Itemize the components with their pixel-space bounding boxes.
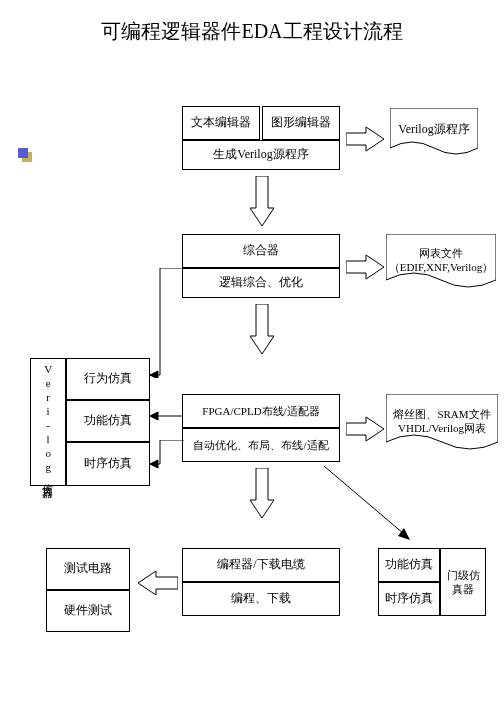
svg-marker-2 bbox=[346, 255, 384, 279]
svg-marker-7 bbox=[150, 412, 158, 420]
arrow-down-icon bbox=[250, 176, 274, 228]
arrow-line-icon bbox=[150, 408, 184, 424]
box-fitter: FPGA/CPLD布线/适配器 bbox=[182, 394, 340, 428]
box-graph-editor: 图形编辑器 bbox=[262, 106, 340, 140]
svg-marker-4 bbox=[346, 417, 384, 441]
box-prog-dl: 编程、下载 bbox=[182, 582, 340, 616]
box-sim-timing: 时序仿真 bbox=[66, 442, 150, 486]
box-text-editor: 文本编辑器 bbox=[182, 106, 260, 140]
doc-netlist: 网表文件 （EDIF,XNF,Verilog） bbox=[386, 234, 496, 292]
doc-verilog-src: Verilog源程序 bbox=[390, 108, 478, 158]
svg-marker-12 bbox=[138, 571, 178, 595]
svg-marker-5 bbox=[150, 371, 158, 378]
arrow-down-icon bbox=[250, 468, 274, 520]
arrow-line-icon bbox=[320, 462, 416, 544]
arrow-line-icon bbox=[150, 268, 210, 378]
arrow-line-icon bbox=[150, 440, 210, 470]
box-gen-verilog: 生成Verilog源程序 bbox=[182, 140, 340, 170]
doc-fuse: 熔丝图、SRAM文件 VHDL/Verilog网表 bbox=[386, 394, 498, 454]
arrow-right-icon bbox=[346, 252, 386, 282]
doc-netlist-label: 网表文件 （EDIF,XNF,Verilog） bbox=[386, 234, 496, 292]
doc-fuse-label: 熔丝图、SRAM文件 VHDL/Verilog网表 bbox=[386, 394, 498, 454]
box-synth: 综合器 bbox=[182, 234, 340, 268]
bullet-icon bbox=[18, 148, 32, 162]
arrow-left-icon bbox=[134, 568, 178, 598]
svg-line-10 bbox=[324, 466, 404, 534]
box-prog-cable: 编程器/下载电缆 bbox=[182, 548, 340, 582]
arrow-right-icon bbox=[346, 124, 386, 154]
box-gate-func: 功能仿真 bbox=[378, 548, 440, 582]
arrow-right-icon bbox=[346, 414, 386, 444]
arrow-down-icon bbox=[250, 304, 274, 356]
box-hw-test: 硬件测试 bbox=[46, 590, 130, 632]
page-title: 可编程逻辑器件EDA工程设计流程 bbox=[0, 18, 504, 45]
svg-marker-3 bbox=[250, 304, 274, 354]
box-sim-behav: 行为仿真 bbox=[66, 358, 150, 400]
svg-marker-8 bbox=[150, 460, 158, 468]
doc-verilog-src-label: Verilog源程序 bbox=[390, 108, 478, 158]
svg-marker-9 bbox=[250, 468, 274, 518]
box-test-circuit: 测试电路 bbox=[46, 548, 130, 590]
svg-marker-1 bbox=[250, 176, 274, 226]
svg-marker-0 bbox=[346, 127, 384, 151]
box-sim-func: 功能仿真 bbox=[66, 400, 150, 442]
box-verilog-sim-header: Veri-log仿真器 bbox=[30, 358, 66, 486]
box-gate-timing: 时序仿真 bbox=[378, 582, 440, 616]
box-gate-sim: 门级仿真器 bbox=[440, 548, 486, 616]
